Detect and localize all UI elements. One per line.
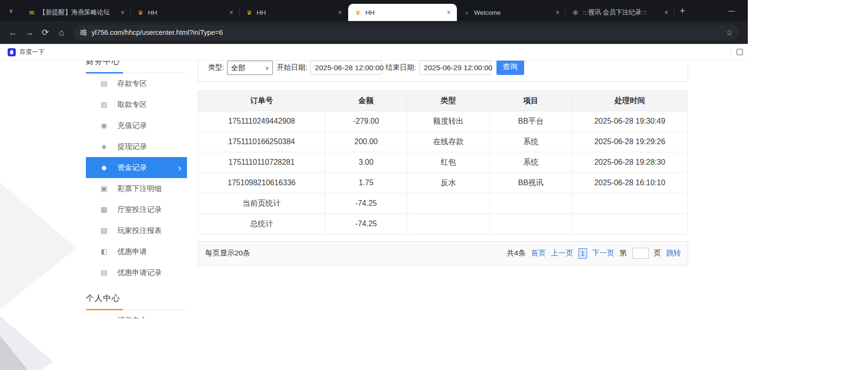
sidebar-item-label: 充值记录 [117,121,147,131]
hh-favicon-icon: ♛ [354,9,362,17]
prev-page-link[interactable]: 上一页 [551,248,573,258]
close-icon[interactable]: × [553,8,562,17]
sidebar-section-personal: 个人中心 [86,290,187,310]
sidebar-item-deposit-zone[interactable]: ▤ 存款专区 [86,73,187,94]
per-page-text: 每页显示20条 [205,248,250,258]
search-button[interactable]: 查询 [496,61,524,75]
bookmarks-bar: 百度一下 | [0,44,748,61]
url-text[interactable]: yl756.com/hhcp/usercenter.html?iniType=6 [92,29,223,36]
address-bar[interactable]: yl756.com/hhcp/usercenter.html?iniType=6… [73,25,739,41]
deposit-icon: ▤ [99,79,109,88]
forward-icon[interactable]: → [21,24,37,41]
sidebar-item-message-center[interactable]: ◉ 消息中心 [86,310,187,318]
bookmarks-divider: | [730,48,732,56]
fund-icon: ◆ [99,163,109,172]
sidebar-item-recharge-records[interactable]: ◉ 充值记录 [86,115,187,136]
reload-icon[interactable]: ⟳ [37,24,53,41]
tab-hh-active[interactable]: ♛ HH × [348,4,457,21]
close-icon[interactable]: × [444,8,453,17]
tab-hh-2[interactable]: ♛ HH × [239,4,348,21]
pagination-controls: 共4条 首页 上一页 1 下一页 第 页 跳转 [507,248,681,259]
col-header-type: 类型 [407,91,490,111]
screen: ∨ ✉ 【新提醒】海燕策略论坛 × ♛ HH × ♛ HH × ♛ HH × [0,0,868,370]
cell-project: 系统 [490,152,572,173]
sidebar-section-finance: 财务中心 [86,61,187,73]
table-row: 1751098210616336 1.75 反水 BB视讯 2025-06-28… [198,173,688,193]
table-header-row: 订单号 金额 类型 项目 处理时间 [198,91,688,111]
cell-amount: 3.00 [325,152,407,173]
sidebar-item-fund-records[interactable]: ◆ 资金记录 › [86,157,187,178]
type-select[interactable]: 全部 ∨ [227,61,273,75]
cell-project: BB平台 [490,111,572,132]
sidebar-item-label: 消息中心 [117,316,147,319]
minimize-button[interactable]: — [721,3,742,18]
cell-time: 2025-06-28 19:29:26 [572,132,688,152]
cell-amount: 200.00 [325,132,407,152]
new-tab-button[interactable]: + [676,5,689,17]
page-content: 财务中心 ▤ 存款专区 ▥ 取款专区 ◉ 充值记录 ◈ 提现记录 ◆ 资金记录 [0,61,868,370]
sidebar-item-withdrawal-records[interactable]: ◈ 提现记录 [86,136,187,157]
tab-welcome[interactable]: ● Welcome × [457,4,566,21]
page-jump-input[interactable] [632,248,649,259]
cell-time: 2025-06-28 19:30:49 [572,111,688,132]
cell-order: 1751098210616336 [198,173,325,193]
sidebar-item-lottery-bet-detail[interactable]: ▣ 彩票下注明细 [86,178,187,199]
mail-icon: ✉ [28,9,36,17]
current-page-indicator[interactable]: 1 [579,248,587,259]
cell-amount: -279.00 [325,111,407,132]
close-icon[interactable]: × [118,8,127,17]
bookmark-star-icon[interactable]: ☆ [726,28,733,38]
cell-empty [572,214,688,234]
tab-hh-1[interactable]: ♛ HH × [131,4,239,21]
tab-search-icon[interactable]: ∨ [5,4,17,17]
tab-title: HH [148,9,224,16]
jump-link[interactable]: 跳转 [666,248,681,258]
sidebar-item-hall-bet-records[interactable]: ▦ 厅室投注记录 [86,199,187,220]
next-page-link[interactable]: 下一页 [592,248,615,258]
sidebar-item-player-bet-report[interactable]: ▧ 玩家投注报表 [86,220,187,241]
hh-favicon-icon: ♛ [245,9,253,17]
sidebar-item-promo-apply[interactable]: ◧ 优惠申请 [86,241,187,262]
pagination-bar: 每页显示20条 共4条 首页 上一页 1 下一页 第 页 跳转 [198,241,688,265]
col-header-time: 处理时间 [572,91,688,111]
sidebar-item-promo-apply-records[interactable]: ▤ 优惠申请记录 [86,262,187,283]
tab-video-records[interactable]: ⊕ :::视讯 会员下注纪录::: × [566,4,674,21]
close-icon[interactable]: × [227,8,236,17]
close-icon[interactable]: × [662,8,671,17]
cell-empty [407,193,490,214]
end-date-input[interactable]: 2025-06-29 12:00:00 [419,61,491,75]
tabs: ✉ 【新提醒】海燕策略论坛 × ♛ HH × ♛ HH × ♛ HH × ● [22,4,674,21]
promo-icon: ◧ [99,247,109,256]
back-icon[interactable]: ← [5,24,21,41]
tab-forum[interactable]: ✉ 【新提醒】海燕策略论坛 × [22,4,131,21]
sidebar-partial-item-wrap: ◉ 消息中心 [86,310,187,318]
bookmarks-bar-right: | [730,48,743,56]
cell-time: 2025-06-28 19:28:30 [572,152,688,173]
table-row: 1751110166250384 200.00 在线存款 系统 2025-06-… [198,132,688,152]
first-page-link[interactable]: 首页 [531,248,546,258]
tab-title: 【新提醒】海燕策略论坛 [39,8,115,17]
promo-record-icon: ▤ [99,268,109,277]
decorative-triangle [0,182,76,309]
cell-order: 1751110166250384 [198,132,325,152]
bookmark-baidu[interactable]: 百度一下 [5,48,47,56]
sidebar-item-label: 取款专区 [117,100,147,110]
section-title: 个人中心 [86,294,120,303]
bookmark-label: 百度一下 [20,48,44,56]
chevron-down-icon: ∨ [265,65,269,71]
home-icon[interactable]: ⌂ [53,24,70,41]
filter-bar: 类型: 全部 ∨ 开始日期: 2025-06-28 12:00:00 结束日期:… [198,61,688,82]
start-date-label: 开始日期: [277,63,307,72]
close-icon[interactable]: × [336,8,344,17]
cell-empty [572,193,688,214]
site-settings-icon[interactable] [80,29,87,36]
table-row: 1751110249442908 -279.00 额度转出 BB平台 2025-… [198,111,688,132]
sidebar-item-withdraw-zone[interactable]: ▥ 取款专区 [86,94,187,115]
cell-label: 总统计 [198,214,325,234]
cell-type: 反水 [407,173,490,193]
main-content: 类型: 全部 ∨ 开始日期: 2025-06-28 12:00:00 结束日期:… [198,61,688,265]
side-panel-icon[interactable] [736,49,743,55]
fund-records-table: 订单号 金额 类型 项目 处理时间 1751110249442908 -279.… [198,90,688,234]
start-date-input[interactable]: 2025-06-28 12:00:00 [310,61,382,75]
withdrawal-record-icon: ◈ [99,142,109,151]
